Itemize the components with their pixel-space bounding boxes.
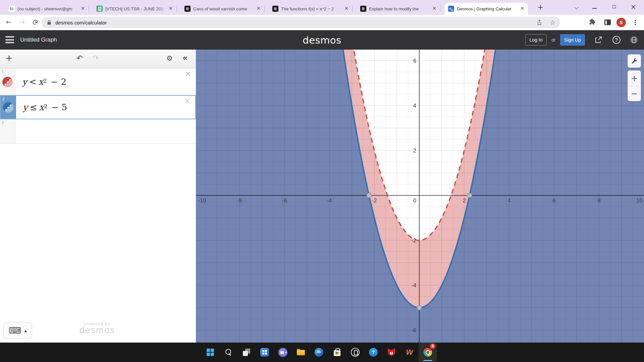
desmos-favicon-icon bbox=[448, 6, 454, 12]
start-icon bbox=[206, 348, 215, 357]
tab-close-icon[interactable]: ✕ bbox=[256, 6, 262, 12]
expression-row-3[interactable]: 3 bbox=[0, 119, 196, 143]
share-icon[interactable] bbox=[536, 19, 542, 25]
svg-text:-8: -8 bbox=[237, 198, 242, 203]
chrome-taskbar-button[interactable]: S bbox=[419, 343, 437, 362]
svg-text:-4: -4 bbox=[327, 198, 332, 203]
expression-gutter[interactable]: 3 bbox=[0, 119, 15, 143]
powered-by-desmos-watermark: powered by desmos bbox=[60, 321, 134, 334]
bookmark-star-icon[interactable]: ☆ bbox=[550, 19, 555, 26]
svg-text:-6: -6 bbox=[282, 198, 287, 203]
tab-close-icon[interactable]: ✕ bbox=[343, 6, 350, 12]
widgets-taskbar-button[interactable] bbox=[256, 343, 274, 362]
browser-menu-icon[interactable] bbox=[635, 20, 636, 21]
search-taskbar-button[interactable] bbox=[219, 343, 237, 362]
window-minimize-button[interactable] bbox=[592, 8, 597, 9]
add-expression-button[interactable]: + bbox=[5, 53, 13, 63]
ms-app-icon bbox=[351, 348, 360, 357]
browser-tab[interactable]: BExplain how to modify the✕ bbox=[357, 3, 440, 15]
extensions-icon[interactable] bbox=[589, 18, 596, 25]
delete-expression-icon[interactable]: ✕ bbox=[184, 97, 191, 106]
windows-taskbar: ?MWS ENG US 14:19 30-06-2022 4 bbox=[0, 343, 644, 362]
browser-tab[interactable]: BCans of wood varnish come✕ bbox=[181, 3, 264, 15]
language-globe-icon[interactable] bbox=[630, 36, 638, 44]
side-panel-icon[interactable] bbox=[604, 19, 611, 25]
login-button[interactable]: Log In bbox=[525, 34, 547, 46]
redo-button[interactable]: ↷ bbox=[93, 54, 99, 62]
browser-tab[interactable]: Desmos | Graphing Calculat✕ bbox=[445, 3, 528, 15]
expression-latex[interactable]: y≤x2− 5 bbox=[23, 102, 67, 112]
store-taskbar-button[interactable] bbox=[328, 343, 346, 362]
get-help-icon: ? bbox=[369, 348, 378, 357]
edge-taskbar-button[interactable] bbox=[310, 343, 328, 362]
forward-button[interactable]: → bbox=[19, 18, 25, 25]
browser-tab[interactable]: M(no subject) - sheenuvt@gm✕ bbox=[5, 3, 89, 15]
tab-search-chevron-icon[interactable] bbox=[574, 5, 579, 9]
expression-row-1[interactable]: 1 y<x2− 2 ✕ bbox=[0, 68, 196, 95]
brainly-favicon-icon: B bbox=[272, 6, 278, 12]
profile-avatar[interactable]: S bbox=[616, 18, 626, 27]
chat-icon bbox=[278, 348, 287, 357]
back-button[interactable]: ← bbox=[6, 18, 11, 25]
window-close-button[interactable]: × bbox=[631, 3, 636, 11]
keyboard-open-triangle-icon: ▲ bbox=[24, 329, 27, 333]
undo-button[interactable]: ↶ bbox=[76, 54, 83, 62]
file-explorer-taskbar-button[interactable] bbox=[292, 343, 310, 362]
browser-tab-bar: M(no subject) - sheenuvt@gm✕[VTECH] US T… bbox=[0, 0, 644, 15]
wps-office-taskbar-button[interactable]: W bbox=[400, 343, 419, 362]
graph-paper[interactable]: -10-8-6-4-20246810642-2-4-6 + − bbox=[196, 50, 644, 343]
tab-close-icon[interactable]: ✕ bbox=[168, 6, 174, 12]
get-help-taskbar-button[interactable]: ? bbox=[364, 343, 382, 362]
zoom-out-button[interactable]: − bbox=[628, 86, 641, 102]
svg-text:6: 6 bbox=[553, 198, 556, 203]
expression-panel: + ↶ ↷ ⚙ « 1 y<x2− 2 ✕ 2 y≤x2− 5 ✕ bbox=[0, 50, 196, 343]
lock-icon bbox=[47, 20, 51, 25]
tab-close-icon[interactable]: ✕ bbox=[519, 6, 525, 12]
inequality-graph[interactable]: -10-8-6-4-20246810642-2-4-6 bbox=[196, 50, 644, 343]
browser-toolbar: ← → desmos.com/calculator ☆ S bbox=[0, 15, 644, 30]
mcafee-taskbar-button[interactable]: M bbox=[382, 343, 400, 362]
inequality-style-icon-blue[interactable] bbox=[3, 102, 13, 113]
brainly-favicon-icon: B bbox=[184, 6, 191, 12]
chrome-notification-badge: S bbox=[430, 344, 435, 349]
mcafee-icon: M bbox=[388, 348, 395, 356]
reload-button[interactable] bbox=[32, 19, 39, 26]
wps-office-icon: W bbox=[405, 348, 414, 357]
desmos-header: Untitled Graph desmos Log In or Sign Up … bbox=[0, 30, 644, 50]
tab-close-icon[interactable]: ✕ bbox=[80, 6, 86, 12]
tab-close-icon[interactable]: ✕ bbox=[431, 6, 437, 12]
svg-text:-4: -4 bbox=[412, 283, 416, 288]
expression-row-2[interactable]: 2 y≤x2− 5 ✕ bbox=[0, 95, 196, 119]
address-bar[interactable]: desmos.com/calculator ☆ bbox=[42, 17, 560, 28]
help-icon[interactable]: ? bbox=[612, 36, 621, 44]
share-graph-icon[interactable] bbox=[594, 36, 602, 44]
task-view-taskbar-button[interactable] bbox=[237, 343, 256, 362]
expression-latex[interactable]: y<x2− 2 bbox=[22, 77, 66, 87]
chat-taskbar-button[interactable] bbox=[274, 343, 292, 362]
browser-tab[interactable]: [VTECH] US TSR - JUNE 202✕ bbox=[93, 3, 176, 15]
keyboard-toggle-button[interactable]: ⌨ ▲ bbox=[3, 322, 32, 339]
ms-app-taskbar-button[interactable] bbox=[346, 343, 364, 362]
collapse-panel-button[interactable]: « bbox=[182, 53, 188, 63]
edge-icon bbox=[315, 348, 323, 357]
inequality-style-icon-red[interactable] bbox=[2, 77, 13, 87]
tab-title: Desmos | Graphing Calculat bbox=[457, 6, 519, 11]
keyboard-icon: ⌨ bbox=[9, 327, 21, 334]
browser-tab[interactable]: BThe functions f(x) = x^2 − 2✕ bbox=[269, 3, 352, 15]
graph-settings-gear-icon[interactable]: ⚙ bbox=[166, 54, 173, 62]
new-tab-button[interactable]: + bbox=[536, 3, 545, 12]
svg-text:8: 8 bbox=[598, 198, 601, 203]
delete-expression-icon[interactable]: ✕ bbox=[185, 70, 191, 78]
expression-toolbar: + ↶ ↷ ⚙ « bbox=[0, 50, 196, 68]
graph-settings-wrench-button[interactable] bbox=[628, 54, 641, 68]
expression-gutter[interactable]: 2 bbox=[1, 96, 16, 119]
expression-gutter[interactable]: 1 bbox=[0, 68, 15, 95]
svg-text:-10: -10 bbox=[198, 198, 206, 203]
signup-button[interactable]: Sign Up bbox=[560, 34, 585, 46]
zoom-in-button[interactable]: + bbox=[628, 71, 641, 86]
tab-title: [VTECH] US TSR - JUNE 202 bbox=[105, 6, 168, 11]
start-taskbar-button[interactable] bbox=[201, 343, 219, 362]
store-icon bbox=[332, 348, 342, 357]
window-restore-button[interactable] bbox=[612, 5, 616, 8]
svg-text:0: 0 bbox=[413, 198, 416, 203]
